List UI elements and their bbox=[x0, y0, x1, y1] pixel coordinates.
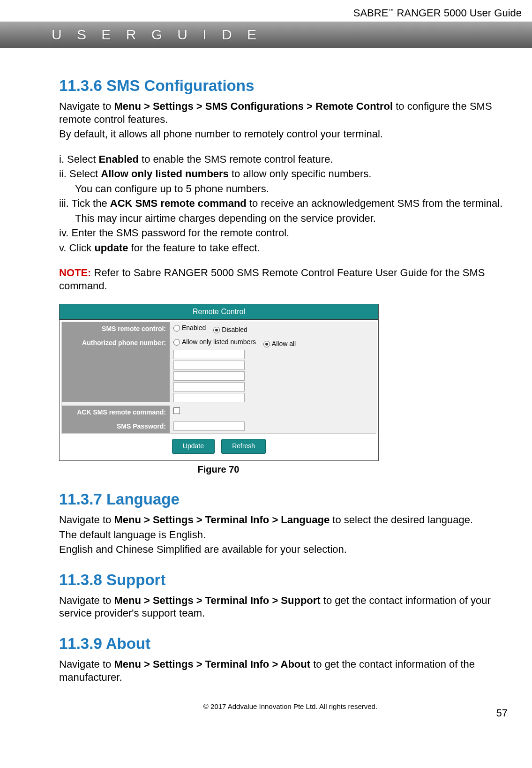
document-page: SABRE™ RANGER 5000 User Guide U S E R G … bbox=[0, 0, 532, 735]
phone-input-1[interactable] bbox=[173, 350, 245, 359]
text: i. Select bbox=[59, 153, 98, 165]
form-row-sms-remote: SMS remote control: Enabled Disabled bbox=[62, 322, 376, 336]
radio-label: Enabled bbox=[182, 324, 206, 332]
label-ack: ACK SMS remote command: bbox=[62, 406, 170, 420]
password-input[interactable] bbox=[173, 422, 245, 431]
text: iii. Tick the bbox=[59, 197, 110, 209]
heading-sms-configurations: 11.3.6 SMS Configurations bbox=[59, 76, 522, 95]
list-item: iii. Tick the ACK SMS remote command to … bbox=[59, 197, 522, 210]
form-row-auth-phone: Authorized phone number: Allow only list… bbox=[62, 336, 376, 406]
paragraph: Navigate to Menu > Settings > Terminal I… bbox=[59, 513, 522, 527]
remote-control-panel: Remote Control SMS remote control: Enabl… bbox=[59, 304, 379, 461]
text: Navigate to bbox=[59, 658, 114, 670]
text: to allow only specific numbers. bbox=[229, 168, 371, 180]
list-item: v. Click update for the feature to take … bbox=[59, 241, 522, 255]
phone-input-3[interactable] bbox=[173, 371, 245, 381]
radio-allow-all[interactable]: Allow all bbox=[263, 340, 296, 348]
ack-checkbox[interactable] bbox=[173, 407, 180, 414]
panel-title: Remote Control bbox=[60, 304, 378, 320]
paragraph: English and Chinese Simplified are avail… bbox=[59, 543, 522, 556]
radio-label: Allow all bbox=[272, 340, 296, 348]
label-auth-phone: Authorized phone number: bbox=[62, 336, 170, 402]
figure-caption: Figure 70 bbox=[59, 464, 378, 475]
radio-icon bbox=[173, 339, 180, 346]
form-row-ack: ACK SMS remote command: bbox=[62, 406, 376, 420]
page-footer: © 2017 Addvalue Innovation Pte Ltd. All … bbox=[59, 702, 522, 711]
paragraph: The default language is English. bbox=[59, 528, 522, 542]
phone-input-2[interactable] bbox=[173, 361, 245, 370]
product-name: SABRE bbox=[353, 7, 389, 19]
phone-input-4[interactable] bbox=[173, 382, 245, 392]
note-label: NOTE: bbox=[59, 267, 91, 279]
menu-path: Menu > Settings > Terminal Info > Langua… bbox=[114, 514, 330, 526]
control-sms-remote: Enabled Disabled bbox=[170, 322, 376, 336]
control-password bbox=[170, 420, 376, 433]
list-item: ii. Select Allow only listed numbers to … bbox=[59, 167, 522, 181]
radio-label: Disabled bbox=[222, 326, 247, 334]
page-content: 11.3.6 SMS Configurations Navigate to Me… bbox=[0, 48, 532, 711]
menu-path: Menu > Settings > Terminal Info > Suppor… bbox=[114, 595, 320, 606]
radio-icon bbox=[263, 341, 270, 347]
text: ii. Select bbox=[59, 168, 101, 180]
list-item-sub: You can configure up to 5 phone numbers. bbox=[59, 182, 522, 196]
heading-language: 11.3.7 Language bbox=[59, 489, 522, 509]
user-guide-banner: U S E R G U I D E bbox=[0, 22, 532, 48]
control-ack bbox=[170, 406, 376, 418]
form-row-password: SMS Password: bbox=[62, 420, 376, 434]
paragraph: Navigate to Menu > Settings > Terminal I… bbox=[59, 658, 522, 684]
figure-70: Remote Control SMS remote control: Enabl… bbox=[59, 304, 522, 475]
phone-input-5[interactable] bbox=[173, 393, 245, 402]
heading-about: 11.3.9 About bbox=[59, 634, 522, 653]
page-number: 57 bbox=[496, 707, 508, 720]
control-auth-phone: Allow only listed numbers Allow all bbox=[170, 336, 376, 406]
paragraph: Navigate to Menu > Settings > SMS Config… bbox=[59, 100, 522, 126]
text: to enable the SMS remote control feature… bbox=[139, 153, 333, 165]
radio-allow-listed[interactable]: Allow only listed numbers bbox=[173, 338, 256, 346]
copyright-text: © 2017 Addvalue Innovation Pte Ltd. All … bbox=[203, 702, 377, 710]
term: update bbox=[94, 242, 128, 254]
radio-icon bbox=[173, 325, 180, 331]
list-item: i. Select Enabled to enable the SMS remo… bbox=[59, 153, 522, 166]
trademark: ™ bbox=[388, 8, 394, 14]
menu-path: Menu > Settings > SMS Configurations > R… bbox=[114, 100, 393, 112]
note-text: Refer to Sabre RANGER 5000 SMS Remote Co… bbox=[59, 267, 485, 292]
term: Allow only listed numbers bbox=[101, 168, 229, 180]
form-area: SMS remote control: Enabled Disabled Aut… bbox=[61, 322, 376, 434]
label-sms-remote: SMS remote control: bbox=[62, 322, 170, 336]
heading-support: 11.3.8 Support bbox=[59, 570, 522, 589]
model-name: RANGER 5000 User Guide bbox=[397, 7, 522, 19]
paragraph: By default, it allows all phone number t… bbox=[59, 128, 522, 141]
product-header: SABRE™ RANGER 5000 User Guide bbox=[0, 0, 532, 22]
radio-disabled[interactable]: Disabled bbox=[213, 326, 247, 334]
term: ACK SMS remote command bbox=[110, 197, 247, 209]
menu-path: Menu > Settings > Terminal Info > About bbox=[114, 658, 310, 670]
text: to select the desired language. bbox=[330, 514, 473, 526]
list-item: iv. Enter the SMS password for the remot… bbox=[59, 226, 522, 240]
radio-label: Allow only listed numbers bbox=[182, 338, 256, 346]
paragraph: Navigate to Menu > Settings > Terminal I… bbox=[59, 594, 522, 620]
text: Navigate to bbox=[59, 100, 114, 112]
text: v. Click bbox=[59, 242, 94, 254]
refresh-button[interactable]: Refresh bbox=[221, 439, 266, 454]
radio-icon bbox=[213, 327, 220, 333]
list-item-sub: This may incur airtime charges depending… bbox=[59, 212, 522, 225]
radio-enabled[interactable]: Enabled bbox=[173, 324, 206, 332]
update-button[interactable]: Update bbox=[172, 439, 215, 454]
term: Enabled bbox=[98, 153, 139, 165]
text: for the feature to take effect. bbox=[128, 242, 260, 254]
panel-body: SMS remote control: Enabled Disabled Aut… bbox=[60, 320, 378, 460]
text: Navigate to bbox=[59, 514, 114, 526]
note-paragraph: NOTE: Refer to Sabre RANGER 5000 SMS Rem… bbox=[59, 266, 522, 292]
banner-text: U S E R G U I D E bbox=[52, 27, 262, 43]
label-password: SMS Password: bbox=[62, 420, 170, 434]
text: Navigate to bbox=[59, 595, 114, 606]
button-row: Update Refresh bbox=[61, 434, 376, 459]
text: to receive an acknowledgement SMS from t… bbox=[247, 197, 503, 209]
